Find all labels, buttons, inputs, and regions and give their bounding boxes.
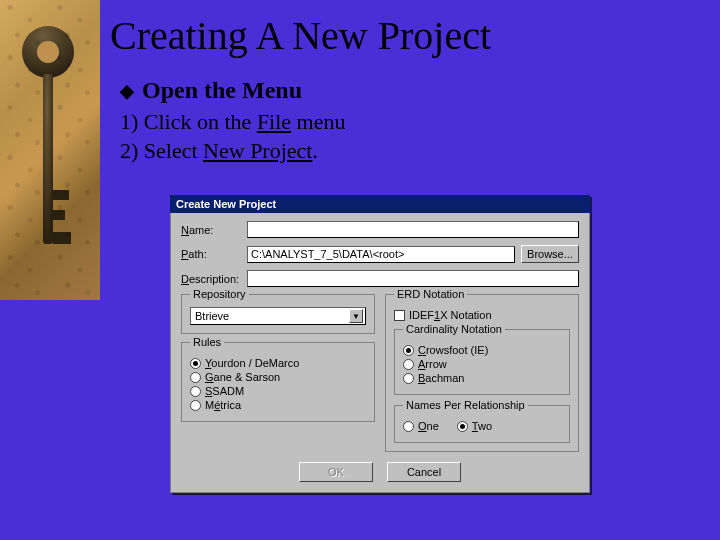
names-option-two[interactable]: Two — [457, 420, 492, 432]
radio-icon — [190, 372, 201, 383]
chevron-down-icon: ▼ — [349, 309, 363, 323]
checkbox-icon — [394, 310, 405, 321]
step-2: 2) Select New Project. — [120, 137, 700, 166]
dialog-titlebar[interactable]: Create New Project — [170, 195, 590, 213]
ok-button[interactable]: OK — [299, 462, 373, 482]
browse-button[interactable]: Browse... — [521, 245, 579, 263]
cardinality-option-bachman[interactable]: Bachman — [403, 372, 561, 384]
names-per-relationship-group: Names Per Relationship One Two — [394, 405, 570, 443]
svg-rect-5 — [53, 232, 71, 244]
idef1x-checkbox-row[interactable]: IDEF1X Notation — [394, 309, 570, 321]
radio-icon — [403, 345, 414, 356]
slide-subheading: Open the Menu — [142, 77, 302, 104]
decorative-key-background — [0, 0, 100, 300]
svg-rect-3 — [53, 190, 69, 200]
description-input[interactable] — [247, 270, 579, 287]
slide-title: Creating A New Project — [110, 12, 700, 59]
rules-group: Rules Yourdon / DeMarco Gane & Sarson SS… — [181, 342, 375, 422]
description-label: Description: — [181, 273, 241, 285]
name-input[interactable] — [247, 221, 579, 238]
repository-select[interactable]: Btrieve ▼ — [190, 307, 366, 325]
rules-option-yourdon[interactable]: Yourdon / DeMarco — [190, 357, 366, 369]
erd-notation-group: ERD Notation IDEF1X Notation Cardinality… — [385, 294, 579, 452]
diamond-bullet-icon: ◆ — [120, 80, 134, 102]
path-input[interactable] — [247, 246, 515, 263]
step-1: 1) Click on the File menu — [120, 108, 700, 137]
key-icon — [18, 20, 78, 280]
svg-rect-4 — [53, 210, 65, 220]
repository-group: Repository Btrieve ▼ — [181, 294, 375, 334]
cardinality-group: Cardinality Notation Crowsfoot (IE) Arro… — [394, 329, 570, 395]
rules-option-gane[interactable]: Gane & Sarson — [190, 371, 366, 383]
rules-legend: Rules — [190, 336, 224, 348]
radio-icon — [403, 359, 414, 370]
names-legend: Names Per Relationship — [403, 399, 528, 411]
radio-icon — [190, 386, 201, 397]
svg-point-1 — [37, 41, 59, 63]
rules-option-metrica[interactable]: Métrica — [190, 399, 366, 411]
radio-icon — [403, 421, 414, 432]
svg-rect-2 — [43, 74, 53, 244]
radio-icon — [190, 400, 201, 411]
radio-icon — [457, 421, 468, 432]
repository-selected-value: Btrieve — [195, 310, 229, 322]
radio-icon — [403, 373, 414, 384]
names-option-one[interactable]: One — [403, 420, 439, 432]
rules-option-ssadm[interactable]: SSADM — [190, 385, 366, 397]
svg-point-0 — [22, 26, 74, 78]
cardinality-legend: Cardinality Notation — [403, 323, 505, 335]
erd-legend: ERD Notation — [394, 288, 467, 300]
repository-legend: Repository — [190, 288, 249, 300]
cardinality-option-crowsfoot[interactable]: Crowsfoot (IE) — [403, 344, 561, 356]
radio-icon — [190, 358, 201, 369]
name-label: Name: — [181, 224, 241, 236]
create-project-dialog: Create New Project Name: Path: Browse...… — [170, 195, 590, 493]
cardinality-option-arrow[interactable]: Arrow — [403, 358, 561, 370]
path-label: Path: — [181, 248, 241, 260]
cancel-button[interactable]: Cancel — [387, 462, 461, 482]
